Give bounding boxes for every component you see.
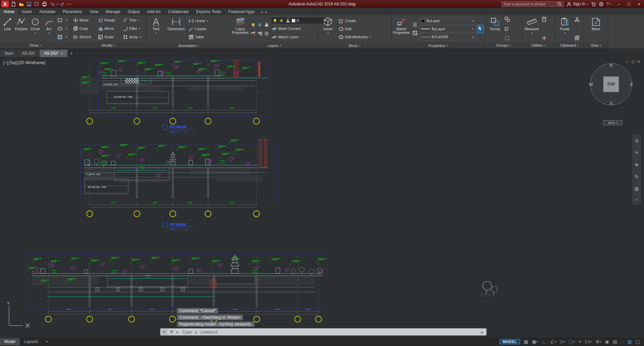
color-dropdown-icon[interactable]: ▾ xyxy=(472,19,474,22)
tab-insert[interactable]: Insert xyxy=(18,8,36,15)
isodraft-icon[interactable]: ◇▾ xyxy=(560,339,565,344)
id-point-icon[interactable] xyxy=(542,36,547,41)
new-drawing-tab-button[interactable]: + xyxy=(68,50,75,57)
annotation-monitor-icon[interactable]: ◉ xyxy=(605,339,609,344)
zoom-extents-icon[interactable]: ⊕ xyxy=(635,162,639,167)
workspace-switching-icon[interactable]: ⚙▾ xyxy=(595,339,601,344)
measure-dropdown-icon[interactable]: ▾ xyxy=(531,32,533,35)
hatch-dropdown-icon[interactable]: ▾ xyxy=(66,36,67,39)
model-space-canvas[interactable]: [−] [Top] [2D Wireframe] – □ × xyxy=(0,57,644,337)
command-close-icon[interactable]: ✕ xyxy=(160,329,168,335)
ortho-mode-icon[interactable]: ∟ xyxy=(542,339,546,344)
move-button[interactable]: Move xyxy=(72,16,97,24)
compass-south[interactable]: S xyxy=(610,101,613,106)
quick-properties-icon[interactable]: ▤ xyxy=(613,339,617,344)
dimension-button[interactable]: Dimension xyxy=(166,16,187,42)
grid-display-icon[interactable]: ▦ xyxy=(524,339,528,344)
tab-express-tools[interactable]: Express Tools xyxy=(192,8,225,15)
viewport-visual-style-control[interactable]: [2D Wireframe] xyxy=(18,60,45,65)
viewcube-top-label[interactable]: TOP xyxy=(607,82,615,87)
compass-east[interactable]: E xyxy=(630,82,633,87)
unlock-icon[interactable] xyxy=(285,18,290,23)
isolate-objects-icon[interactable]: ◌ xyxy=(621,339,624,344)
panel-label-view[interactable]: View▾ xyxy=(584,42,608,48)
snap-mode-icon[interactable]: ▣▾ xyxy=(532,339,538,344)
copy-clip-icon[interactable] xyxy=(575,36,580,41)
signin-button[interactable]: Sign In ▾ xyxy=(566,2,588,7)
help-icon[interactable]: ?▾ xyxy=(606,2,611,6)
panel-label-groups[interactable]: Groups▾ xyxy=(485,42,522,48)
layer-lock-icon[interactable] xyxy=(264,22,269,27)
new-button[interactable] xyxy=(10,1,17,7)
search-input[interactable] xyxy=(503,2,557,6)
leader-button[interactable]: Leader xyxy=(188,25,209,33)
layer-properties-button[interactable]: Layer Properties xyxy=(232,16,249,42)
group-button[interactable]: Group xyxy=(486,16,504,42)
tab-manage[interactable]: Manage xyxy=(102,8,124,15)
redo-button[interactable] xyxy=(59,1,66,7)
file-tab-a9-201[interactable]: A9-201 xyxy=(17,50,40,57)
ellipse-icon[interactable] xyxy=(57,26,62,31)
paste-button[interactable]: Paste ▾ xyxy=(556,16,574,42)
hatch-icon[interactable] xyxy=(57,35,62,40)
tab-collaborate[interactable]: Collaborate xyxy=(164,8,192,15)
layer-color-swatch[interactable] xyxy=(292,19,295,22)
panel-label-draw[interactable]: Draw▾ xyxy=(0,42,71,48)
layer-unisolate-icon[interactable] xyxy=(257,31,262,36)
rotate-button[interactable]: Rotate xyxy=(97,16,122,24)
quick-calc-icon[interactable] xyxy=(542,17,547,22)
measure-button[interactable]: Measure ▾ xyxy=(523,16,541,42)
tab-parametric[interactable]: Parametric xyxy=(59,8,86,15)
app-store-cart-icon[interactable] xyxy=(591,2,596,7)
array-dropdown-icon[interactable]: ▾ xyxy=(140,36,141,39)
paste-dropdown-icon[interactable]: ▾ xyxy=(564,32,565,35)
panel-label-properties[interactable]: Properties▾ xyxy=(391,43,485,48)
arc-dropdown-icon[interactable]: ▾ xyxy=(48,32,50,35)
text-dropdown-icon[interactable]: ▾ xyxy=(155,32,157,35)
arc-button[interactable]: Arc ▾ xyxy=(43,16,55,42)
tab-addins[interactable]: Add-ins xyxy=(143,8,164,15)
linear-button[interactable]: Linear▾ xyxy=(188,17,209,25)
ellipse-dropdown-icon[interactable]: ▾ xyxy=(66,27,67,30)
insert-button[interactable]: Insert ▾ xyxy=(319,16,337,42)
help-dropdown-icon[interactable]: ▾ xyxy=(610,3,611,6)
model-tab[interactable]: Model xyxy=(0,338,20,345)
annotation-scale-button[interactable]: 1:1▾ xyxy=(585,340,592,344)
file-tab-start[interactable]: Start xyxy=(0,50,17,57)
tab-annotate[interactable]: Annotate xyxy=(36,8,59,15)
copy-button[interactable]: Copy xyxy=(72,24,97,33)
panel-label-clipboard[interactable]: Clipboard▾ xyxy=(555,42,584,48)
bulb-icon[interactable] xyxy=(273,18,278,23)
insert-dropdown-icon[interactable]: ▾ xyxy=(327,32,329,35)
autocad-app-menu-icon[interactable]: A xyxy=(1,1,9,7)
linetype-dropdown-icon[interactable]: ▾ xyxy=(472,36,474,39)
viewport-minimize-control[interactable]: [−] xyxy=(3,60,8,65)
graphics-performance-icon[interactable]: ▥ xyxy=(628,339,632,344)
trim-dropdown-icon[interactable]: ▾ xyxy=(138,19,140,22)
search-icon[interactable] xyxy=(557,2,562,7)
transparency-icon[interactable] xyxy=(412,31,417,36)
ribbon-options-icon[interactable]: ⊙ xyxy=(260,10,263,14)
save-as-button[interactable] xyxy=(33,1,40,7)
panel-label-utilities[interactable]: Utilities▾ xyxy=(522,42,555,48)
compass-west[interactable]: W xyxy=(589,82,593,87)
new-layout-button[interactable]: + xyxy=(43,338,51,345)
stretch-button[interactable]: Stretch xyxy=(72,33,97,41)
plot-button[interactable] xyxy=(41,1,48,7)
restore-button[interactable]: □ xyxy=(624,0,634,8)
rectangle-dropdown-icon[interactable]: ▾ xyxy=(66,19,67,22)
layer-freeze-icon[interactable] xyxy=(257,22,262,27)
circle-button[interactable]: Circle ▾ xyxy=(29,16,42,42)
save-button[interactable] xyxy=(26,1,32,7)
open-button[interactable] xyxy=(18,1,24,7)
panel-label-block[interactable]: Block▾ xyxy=(318,43,391,48)
ribbon-collapse-icon[interactable]: ▾ xyxy=(265,10,267,14)
file-tab-a9-202[interactable]: A9-202*× xyxy=(40,50,68,57)
text-button[interactable]: Text ▾ xyxy=(147,16,165,42)
cut-icon[interactable] xyxy=(575,17,580,22)
lineweight-dropdown[interactable]: ByLayer ▾ xyxy=(419,25,476,33)
panel-label-annotation[interactable]: Annotation▾ xyxy=(146,43,231,48)
command-customize-wrench-icon[interactable]: ⚒ xyxy=(168,330,175,334)
tab-featured-apps[interactable]: Featured Apps xyxy=(225,8,258,15)
clean-screen-icon[interactable]: ▢ xyxy=(636,339,640,344)
